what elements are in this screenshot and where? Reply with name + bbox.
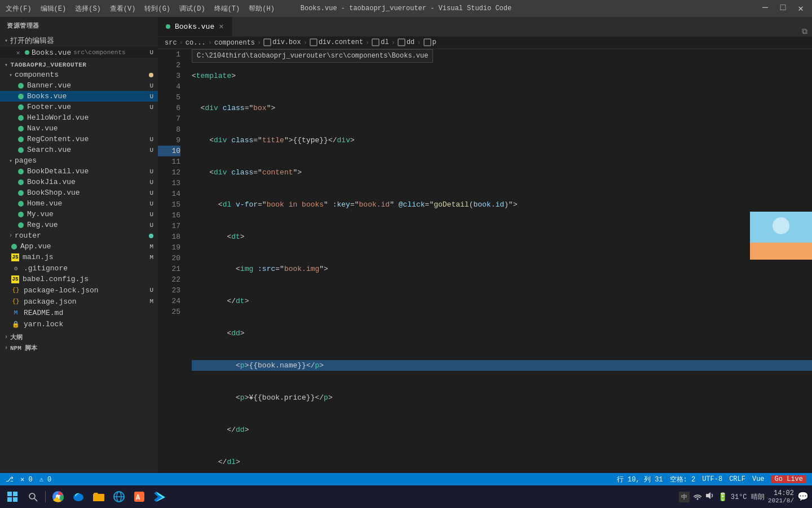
code-content[interactable]: <template> <div class="box"> <div class=… bbox=[186, 49, 812, 473]
close-icon[interactable]: ✕ bbox=[14, 48, 23, 57]
breadcrumb-dd[interactable]: dd bbox=[398, 38, 414, 46]
search-taskbar-button[interactable] bbox=[24, 488, 42, 506]
file-readme[interactable]: M README.md bbox=[0, 307, 158, 318]
file-helloworld-vue[interactable]: HelloWorld.vue bbox=[0, 112, 158, 123]
title-bar: 文件(F) 编辑(E) 选择(S) 查看(V) 转到(G) 调试(D) 终端(T… bbox=[0, 0, 812, 17]
code-editor[interactable]: 1 2 3 4 5 6 7 8 9 10 11 12 13 14 15 16 1… bbox=[158, 49, 812, 473]
badge: U bbox=[149, 168, 153, 175]
chrome-icon[interactable] bbox=[49, 488, 67, 506]
breadcrumb-divbox[interactable]: div.box bbox=[263, 38, 301, 46]
tab-books-vue[interactable]: Books.vue ✕ bbox=[158, 17, 232, 36]
go-live-button[interactable]: Go Live bbox=[771, 475, 806, 483]
outline-label: 大纲 bbox=[10, 333, 23, 341]
badge: U bbox=[149, 82, 153, 89]
file-explorer-icon[interactable] bbox=[90, 488, 108, 506]
file-app-vue[interactable]: App.vue M bbox=[0, 241, 158, 252]
file-yarn-lock[interactable]: 🔒 yarn.lock bbox=[0, 318, 158, 330]
minimize-button[interactable]: ─ bbox=[760, 3, 771, 14]
breadcrumb-dl[interactable]: dl bbox=[372, 38, 389, 46]
breadcrumb-co[interactable]: co... bbox=[186, 39, 206, 47]
npm-section[interactable]: › NPM 脚本 bbox=[0, 343, 158, 353]
tab-close-button[interactable]: ✕ bbox=[219, 23, 223, 30]
file-gitignore[interactable]: ⚙ .gitignore bbox=[0, 262, 158, 274]
menu-debug[interactable]: 调试(D) bbox=[179, 4, 205, 14]
js-icon: JS bbox=[11, 253, 19, 261]
file-main-js[interactable]: JS main.js M bbox=[0, 252, 158, 262]
file-home-vue[interactable]: Home.vue U bbox=[0, 198, 158, 209]
vscode-taskbar-icon[interactable] bbox=[151, 488, 169, 506]
outline-section[interactable]: › 大纲 bbox=[0, 332, 158, 343]
open-editors-toggle[interactable]: ▾ 打开的编辑器 bbox=[0, 34, 158, 47]
breadcrumb-src[interactable]: src bbox=[165, 39, 177, 47]
file-footer-vue[interactable]: Footer.vue U bbox=[0, 102, 158, 112]
split-editor-icon[interactable]: ⧉ bbox=[802, 27, 807, 36]
breadcrumb: src › co... C:\2104third\taobaoprj_vuero… bbox=[158, 37, 812, 49]
router-folder[interactable]: › router bbox=[0, 230, 158, 241]
svg-point-13 bbox=[73, 493, 83, 501]
open-editor-name: Books.vue bbox=[32, 49, 71, 57]
edge-icon[interactable] bbox=[69, 488, 87, 506]
file-bookshop-vue[interactable]: BookShop.vue U bbox=[0, 187, 158, 198]
file-banner-vue[interactable]: Banner.vue U bbox=[0, 80, 158, 91]
badge: M bbox=[149, 254, 153, 261]
app5-icon[interactable]: A bbox=[130, 488, 148, 506]
breadcrumb-p[interactable]: p bbox=[423, 38, 436, 46]
menu-goto[interactable]: 转到(G) bbox=[144, 4, 170, 14]
file-babel-config[interactable]: JS babel.config.js bbox=[0, 274, 158, 284]
menu-file[interactable]: 文件(F) bbox=[6, 4, 32, 14]
menu-help[interactable]: 帮助(H) bbox=[249, 4, 275, 14]
volume-icon[interactable] bbox=[705, 491, 714, 502]
start-button[interactable] bbox=[3, 488, 21, 506]
menu-terminal[interactable]: 终端(T) bbox=[214, 4, 240, 14]
language-mode[interactable]: Vue bbox=[752, 475, 765, 483]
file-regcontent-vue[interactable]: RegContent.vue U bbox=[0, 134, 158, 144]
vue-icon bbox=[18, 201, 24, 207]
file-reg-vue[interactable]: Reg.vue U bbox=[0, 220, 158, 230]
close-button[interactable]: ✕ bbox=[795, 3, 806, 14]
ie-icon[interactable] bbox=[110, 488, 128, 506]
battery-icon: 🔋 bbox=[718, 492, 727, 502]
window-title: Books.vue - taobaoprj_vuerouter - Visual… bbox=[301, 5, 511, 12]
file-bookjia-vue[interactable]: BookJia.vue U bbox=[0, 177, 158, 187]
menu-view[interactable]: 查看(V) bbox=[110, 4, 136, 14]
encoding[interactable]: UTF-8 bbox=[702, 475, 722, 483]
components-folder[interactable]: ▾ components bbox=[0, 69, 158, 80]
indentation[interactable]: 空格: 2 bbox=[670, 475, 696, 484]
chrome-logo bbox=[51, 490, 65, 503]
breadcrumb-components[interactable]: components bbox=[214, 39, 255, 47]
js-icon: JS bbox=[11, 275, 19, 283]
pages-folder[interactable]: ▾ pages bbox=[0, 155, 158, 166]
menu-select[interactable]: 选择(S) bbox=[75, 4, 101, 14]
file-package-json[interactable]: {} package.json M bbox=[0, 296, 158, 307]
project-title[interactable]: ▾ TAOBAOPRJ_VUEROUTER bbox=[0, 60, 158, 69]
code-line-11: <p>¥{{book.price}}</p> bbox=[192, 392, 812, 403]
file-package-lock[interactable]: {} package-lock.json U bbox=[0, 284, 158, 296]
breadcrumb-sep-4: › bbox=[303, 39, 307, 47]
vue-icon bbox=[11, 244, 17, 249]
app5-logo: A bbox=[133, 491, 145, 503]
file-books-vue[interactable]: Books.vue U bbox=[0, 91, 158, 102]
json-icon: {} bbox=[11, 297, 20, 306]
breadcrumb-divcontent[interactable]: div.content bbox=[310, 38, 363, 46]
warning-count[interactable]: ⚠ 0 bbox=[39, 475, 52, 484]
file-bookdetail-vue[interactable]: BookDetail.vue U bbox=[0, 166, 158, 177]
line-ending[interactable]: CRLF bbox=[729, 475, 745, 483]
filename: main.js bbox=[23, 253, 54, 261]
router-dot bbox=[149, 234, 153, 238]
svg-rect-1 bbox=[310, 39, 317, 46]
cursor-position[interactable]: 行 10, 列 31 bbox=[617, 475, 663, 484]
file-my-vue[interactable]: My.vue U bbox=[0, 209, 158, 220]
vue-icon bbox=[18, 212, 24, 217]
menu-edit[interactable]: 编辑(E) bbox=[41, 4, 67, 14]
maximize-button[interactable]: □ bbox=[778, 3, 789, 14]
error-count[interactable]: ✕ 0 bbox=[20, 475, 33, 484]
open-editor-books-vue[interactable]: ✕ Books.vue src\components U bbox=[0, 47, 158, 58]
ime-indicator[interactable]: 中 bbox=[679, 492, 690, 502]
file-nav-vue[interactable]: Nav.vue bbox=[0, 123, 158, 134]
code-line-13: </dl> bbox=[192, 457, 812, 467]
svg-rect-8 bbox=[13, 497, 17, 502]
file-search-vue[interactable]: Search.vue U bbox=[0, 144, 158, 155]
network-icon[interactable] bbox=[693, 491, 702, 502]
open-editor-path: src\components bbox=[73, 49, 125, 56]
notification-icon[interactable]: 💬 bbox=[797, 491, 809, 502]
